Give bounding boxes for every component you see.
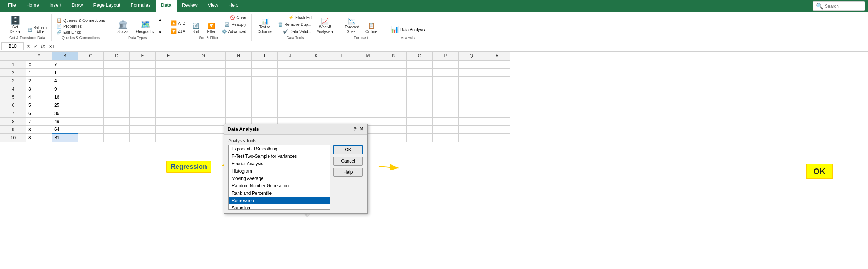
tab-review[interactable]: Review [177, 0, 203, 12]
cell[interactable] [355, 85, 381, 93]
cell[interactable] [278, 69, 303, 77]
cell[interactable]: 1 [52, 69, 78, 77]
sort-button[interactable]: 🔃 Sort [189, 22, 203, 35]
cell[interactable] [130, 101, 156, 109]
cell[interactable] [156, 85, 181, 93]
cell[interactable] [226, 101, 252, 109]
cell[interactable] [484, 85, 510, 93]
cell[interactable] [156, 109, 181, 118]
cell[interactable] [433, 77, 459, 85]
cell[interactable] [181, 85, 226, 93]
cell[interactable] [278, 85, 303, 93]
cell[interactable] [130, 118, 156, 126]
cell[interactable] [433, 109, 459, 118]
formula-input[interactable] [48, 43, 867, 50]
col-F[interactable]: F [156, 52, 181, 61]
geography-button[interactable]: 🗺️ Geography [134, 20, 157, 35]
cell[interactable] [407, 69, 433, 77]
cell[interactable] [130, 85, 156, 93]
forecast-sheet-button[interactable]: 📉 ForecastSheet [342, 17, 361, 35]
cell[interactable]: 1 [26, 69, 52, 77]
cell[interactable] [459, 126, 484, 134]
cell[interactable] [78, 109, 104, 118]
cell[interactable] [459, 69, 484, 77]
cell[interactable] [130, 69, 156, 77]
cell[interactable] [329, 77, 355, 85]
help-button[interactable]: Help [333, 168, 363, 177]
cell[interactable] [78, 61, 104, 69]
cell[interactable] [130, 77, 156, 85]
cell[interactable] [104, 134, 130, 142]
col-D[interactable]: D [104, 52, 130, 61]
list-item[interactable]: Moving Average [229, 175, 330, 182]
cell[interactable]: X [26, 61, 52, 69]
cell[interactable] [381, 126, 407, 134]
col-H[interactable]: H [226, 52, 252, 61]
list-item[interactable]: Random Number Generation [229, 182, 330, 190]
properties-button[interactable]: 📄 Properties [55, 24, 106, 29]
cell[interactable] [484, 69, 510, 77]
cell[interactable] [130, 126, 156, 134]
cell[interactable] [278, 61, 303, 69]
cell[interactable] [130, 93, 156, 101]
col-O[interactable]: O [407, 52, 433, 61]
cell[interactable] [433, 93, 459, 101]
confirm-formula-icon[interactable]: ✓ [33, 43, 39, 50]
list-item[interactable]: Sampling [229, 204, 330, 210]
cell[interactable]: 6 [26, 109, 52, 118]
cell[interactable] [303, 93, 329, 101]
cell[interactable] [329, 109, 355, 118]
cell[interactable] [78, 134, 104, 142]
cell[interactable] [355, 101, 381, 109]
tab-view[interactable]: View [203, 0, 224, 12]
cell[interactable] [484, 101, 510, 109]
cell[interactable] [303, 85, 329, 93]
cell[interactable] [278, 109, 303, 118]
cell[interactable] [303, 77, 329, 85]
refresh-all-button[interactable]: 🔄 RefreshAll ▾ [26, 25, 48, 35]
cell[interactable] [459, 134, 484, 142]
cell[interactable] [433, 118, 459, 126]
cell[interactable] [104, 85, 130, 93]
cell[interactable] [329, 85, 355, 93]
scroll-down-icon[interactable]: ▼ [158, 30, 162, 34]
cell[interactable] [278, 77, 303, 85]
cell[interactable] [484, 61, 510, 69]
tab-insert[interactable]: Insert [44, 0, 67, 12]
cell[interactable] [226, 69, 252, 77]
search-box[interactable]: 🔍 [813, 1, 865, 11]
cell[interactable] [78, 85, 104, 93]
cell[interactable] [433, 134, 459, 142]
col-N[interactable]: N [381, 52, 407, 61]
cell[interactable] [252, 101, 278, 109]
cell[interactable] [181, 61, 226, 69]
cell[interactable] [407, 61, 433, 69]
cell[interactable] [407, 85, 433, 93]
cell[interactable] [104, 126, 130, 134]
cell[interactable]: 64 [52, 126, 78, 134]
cell[interactable] [433, 101, 459, 109]
cell[interactable] [104, 101, 130, 109]
cell[interactable] [381, 61, 407, 69]
list-item[interactable]: Exponential Smoothing [229, 145, 330, 153]
col-J[interactable]: J [278, 52, 303, 61]
cell[interactable] [381, 134, 407, 142]
data-validation-button[interactable]: ✔️ Data Valid... [276, 28, 313, 35]
list-item[interactable]: F-Test Two-Sample for Variances [229, 153, 330, 160]
cell[interactable] [181, 134, 226, 142]
cell[interactable] [181, 77, 226, 85]
cell[interactable] [156, 93, 181, 101]
outline-button[interactable]: 📋 Outline [363, 22, 380, 35]
list-item[interactable]: Regression [229, 197, 330, 204]
cell[interactable] [303, 109, 329, 118]
advanced-button[interactable]: ⚙️ Advanced [220, 28, 248, 35]
col-M[interactable]: M [355, 52, 381, 61]
col-E[interactable]: E [130, 52, 156, 61]
cell[interactable]: 2 [26, 77, 52, 85]
cell[interactable] [104, 93, 130, 101]
cell[interactable] [78, 118, 104, 126]
cell[interactable] [407, 93, 433, 101]
cell[interactable] [459, 93, 484, 101]
cell[interactable] [433, 126, 459, 134]
cell[interactable]: 25 [52, 101, 78, 109]
